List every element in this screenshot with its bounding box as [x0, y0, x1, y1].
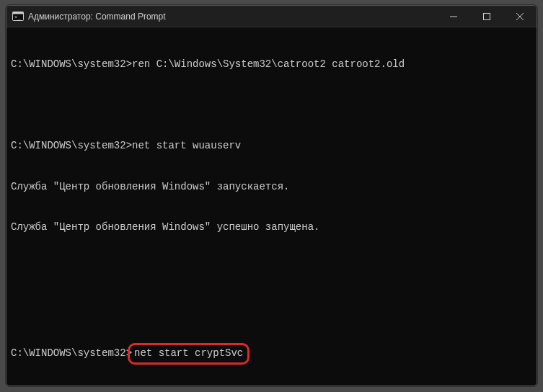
prompt: C:\WINDOWS\system32>: [11, 347, 132, 359]
close-button[interactable]: [503, 6, 537, 27]
terminal-line: Служба "Центр обновления Windows" запуск…: [11, 180, 532, 194]
command-text: ren C:\Windows\System32\catroot2 catroot…: [132, 58, 405, 70]
window-title: Администратор: Command Prompt: [28, 12, 166, 22]
terminal-line: C:\WINDOWS\system32>net start cryptSvc: [11, 343, 532, 365]
command-text: net start cryptSvc: [134, 347, 243, 359]
minimize-button[interactable]: [437, 6, 470, 27]
highlighted-command: net start cryptSvc: [128, 343, 250, 365]
command-text: net start wuauserv: [132, 140, 241, 151]
prompt: C:\WINDOWS\system32>: [11, 140, 132, 151]
maximize-button[interactable]: [470, 6, 503, 27]
window-controls: [437, 6, 537, 27]
output-text: Служба "Центр обновления Windows" запуск…: [11, 181, 289, 192]
prompt: C:\WINDOWS\system32>: [11, 58, 132, 70]
terminal-output[interactable]: C:\WINDOWS\system32>ren C:\Windows\Syste…: [6, 27, 537, 386]
command-prompt-window: >_ Администратор: Command Prompt C:\WIND…: [6, 5, 537, 386]
svg-rect-3: [484, 13, 490, 19]
output-text: Служба "Центр обновления Windows" успешн…: [11, 221, 319, 233]
terminal-line: C:\WINDOWS\system32>net start wuauserv: [11, 139, 532, 153]
terminal-line: [11, 98, 532, 112]
terminal-line: [11, 262, 532, 275]
cmd-icon: >_: [12, 11, 24, 22]
terminal-line: C:\WINDOWS\system32>ren C:\Windows\Syste…: [11, 58, 532, 71]
titlebar[interactable]: >_ Администратор: Command Prompt: [6, 6, 537, 27]
terminal-line: [11, 303, 532, 316]
terminal-line: Служба "Центр обновления Windows" успешн…: [11, 220, 532, 234]
titlebar-left: >_ Администратор: Command Prompt: [6, 11, 437, 22]
svg-text:>_: >_: [14, 14, 21, 20]
